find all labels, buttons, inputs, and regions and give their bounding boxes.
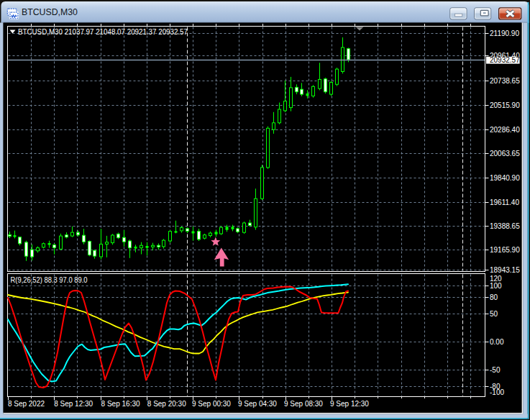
svg-text:19611.40: 19611.40 — [490, 198, 519, 206]
svg-text:8 Sep 16:30: 8 Sep 16:30 — [101, 400, 140, 408]
svg-text:BTCUSD,M30: BTCUSD,M30 — [22, 7, 78, 17]
svg-text:8 Sep 2022: 8 Sep 2022 — [8, 400, 45, 408]
svg-text:21190.90: 21190.90 — [490, 29, 519, 37]
svg-text:18943.15: 18943.15 — [490, 266, 520, 274]
svg-text:-50: -50 — [490, 366, 501, 374]
svg-text:50: 50 — [490, 310, 498, 318]
svg-text:20738.65: 20738.65 — [490, 77, 520, 85]
svg-text:8 Sep 12:30: 8 Sep 12:30 — [54, 400, 93, 408]
svg-text:8 Sep 20:30: 8 Sep 20:30 — [147, 400, 186, 408]
svg-text:19840.90: 19840.90 — [490, 174, 520, 182]
svg-text:20932.57: 20932.57 — [490, 56, 520, 64]
svg-text:9 Sep 08:30: 9 Sep 08:30 — [284, 400, 323, 408]
svg-text:19165.90: 19165.90 — [490, 246, 520, 254]
svg-text:9 Sep 04:30: 9 Sep 04:30 — [238, 400, 277, 408]
svg-text:19388.65: 19388.65 — [490, 222, 520, 230]
svg-text:20063.65: 20063.65 — [490, 150, 520, 158]
svg-text:100: 100 — [490, 282, 502, 290]
svg-text:9 Sep 12:30: 9 Sep 12:30 — [330, 400, 369, 408]
svg-text:20286.40: 20286.40 — [490, 126, 520, 134]
svg-text:20515.90: 20515.90 — [490, 101, 520, 109]
svg-text:80: 80 — [490, 293, 498, 301]
svg-text:R(9,26,52) 88.3 97.0 89.0: R(9,26,52) 88.3 97.0 89.0 — [11, 276, 88, 284]
svg-text:BTCUSD,M30 21037.97 21048.07: BTCUSD,M30 21037.97 21048.07 20921.37 20… — [18, 28, 188, 36]
svg-text:0.00: 0.00 — [490, 338, 504, 346]
svg-text:-100: -100 — [490, 388, 504, 396]
svg-text:9 Sep 00:30: 9 Sep 00:30 — [192, 400, 231, 408]
